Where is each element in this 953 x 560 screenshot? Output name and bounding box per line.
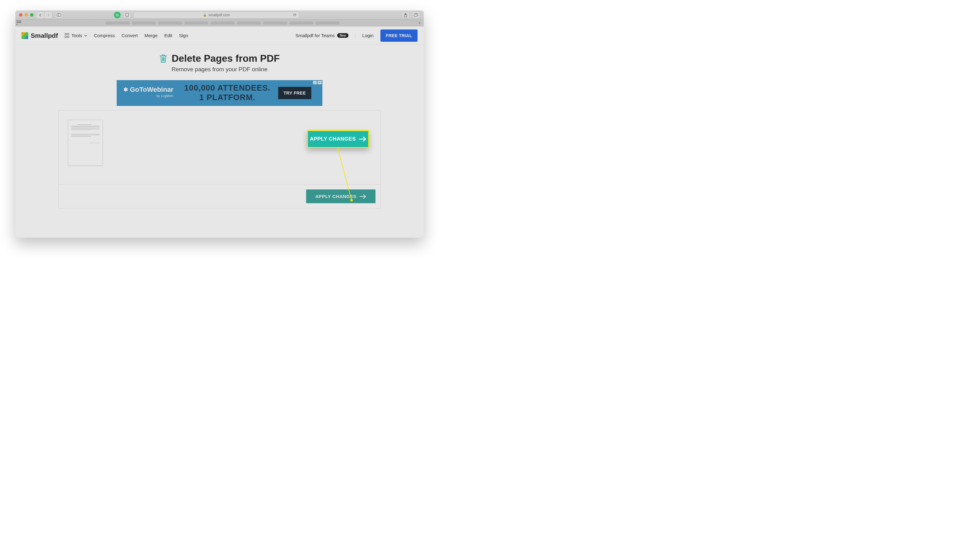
tab-grid-icon[interactable] [17, 20, 22, 25]
tools-dropdown[interactable]: Tools [65, 33, 87, 38]
nav-merge[interactable]: Merge [144, 33, 158, 38]
safari-toolbar: G 🔒 smallpdf.com ⟳ [16, 11, 424, 20]
login-link[interactable]: Login [362, 33, 374, 38]
brand-logo[interactable]: Smallpdf [22, 32, 58, 39]
svg-rect-4 [414, 14, 417, 17]
tab-placeholders [23, 22, 422, 25]
close-window-icon[interactable] [19, 13, 22, 17]
new-tab-button[interactable]: ＋ [417, 20, 422, 26]
privacy-report-icon[interactable] [123, 12, 131, 19]
apply-changes-label: APPLY CHANGES [315, 194, 357, 199]
tool-panel: APPLY CHANGES [58, 110, 381, 208]
ad-flower-icon: ✱ [123, 86, 128, 93]
arrow-right-icon [359, 137, 366, 142]
sidebar-toggle-icon[interactable] [55, 12, 63, 19]
apply-changes-button[interactable]: APPLY CHANGES [306, 189, 376, 203]
browser-window: G 🔒 smallpdf.com ⟳ ＋ S [16, 11, 424, 237]
callout-label: APPLY CHANGES [310, 136, 356, 142]
back-button[interactable] [36, 12, 44, 19]
reload-icon[interactable]: ⟳ [293, 12, 296, 17]
minimize-window-icon[interactable] [25, 13, 28, 17]
lock-icon: 🔒 [203, 13, 206, 17]
nav-compress[interactable]: Compress [94, 33, 115, 38]
callout-apply-changes: APPLY CHANGES [307, 130, 369, 148]
nav-convert[interactable]: Convert [121, 33, 138, 38]
brand-name: Smallpdf [31, 32, 58, 39]
teams-link[interactable]: Smallpdf for Teams New [295, 33, 355, 38]
nav-buttons [36, 11, 53, 19]
ad-headline: 100,000 ATTENDEES. 1 PLATFORM. [184, 83, 270, 102]
url-host: smallpdf.com [208, 13, 230, 17]
ad-banner[interactable]: ✱GoToWebinar by LogMeIn 100,000 ATTENDEE… [117, 80, 322, 106]
nav-sign[interactable]: Sign [179, 33, 188, 38]
ad-info-icon[interactable]: ▷ [313, 81, 317, 84]
tools-grid-icon [65, 33, 70, 38]
arrow-right-icon [360, 194, 366, 199]
grammarly-extension-icon[interactable]: G [114, 12, 121, 19]
tools-label: Tools [71, 33, 82, 38]
forward-button[interactable] [44, 12, 52, 19]
teams-label: Smallpdf for Teams [295, 33, 335, 38]
ad-cta-button[interactable]: TRY FREE [278, 87, 311, 99]
new-badge: New [337, 33, 348, 38]
trash-icon [159, 54, 167, 63]
brand-mark-icon [22, 32, 28, 39]
ad-close-icon[interactable]: ✕ [317, 81, 322, 84]
url-bar[interactable]: 🔒 smallpdf.com ⟳ [133, 12, 300, 19]
nav-edit[interactable]: Edit [164, 33, 172, 38]
tabs-overview-icon[interactable] [412, 12, 420, 19]
page-thumbnail[interactable] [68, 120, 103, 166]
page-title: Delete Pages from PDF [172, 53, 280, 64]
ad-brand: ✱GoToWebinar by LogMeIn [123, 86, 174, 98]
page-subtitle: Remove pages from your PDF online [16, 66, 424, 73]
site-header: Smallpdf Tools Compress Convert Merge Ed… [16, 26, 424, 45]
window-traffic-lights [19, 13, 33, 17]
svg-rect-0 [57, 14, 61, 17]
tool-panel-footer: APPLY CHANGES [59, 184, 380, 208]
chevron-down-icon [84, 35, 87, 37]
share-icon[interactable] [402, 12, 410, 19]
maximize-window-icon[interactable] [30, 13, 33, 17]
tab-strip: ＋ [16, 20, 424, 26]
free-trial-button[interactable]: FREE TRIAL [380, 29, 418, 42]
